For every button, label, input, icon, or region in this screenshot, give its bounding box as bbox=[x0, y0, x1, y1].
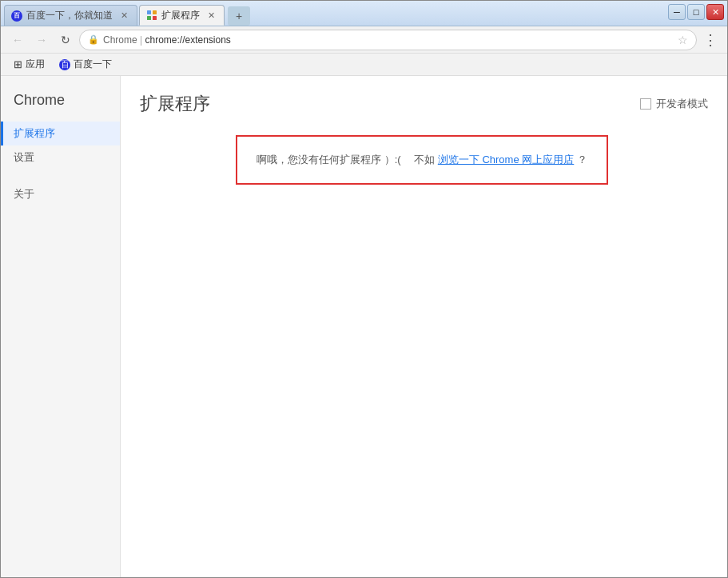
svg-rect-0 bbox=[147, 10, 151, 14]
close-icon: ✕ bbox=[712, 7, 719, 18]
sidebar-item-about[interactable]: 关于 bbox=[1, 182, 120, 206]
menu-button[interactable]: ⋮ bbox=[700, 30, 721, 50]
tab-extensions-close[interactable]: ✕ bbox=[205, 9, 217, 22]
bookmark-baidu-label: 百度一下 bbox=[74, 58, 112, 71]
star-icon[interactable]: ☆ bbox=[678, 34, 688, 46]
sidebar-item-settings[interactable]: 设置 bbox=[1, 145, 120, 169]
address-bar[interactable]: 🔒 Chrome | chrome://extensions ☆ bbox=[79, 30, 697, 50]
baidu-bookmark-icon: 百 bbox=[59, 59, 70, 70]
developer-mode-checkbox[interactable] bbox=[640, 98, 651, 110]
empty-text-prefix: 啊哦，您没有任何扩展程序 bbox=[257, 153, 381, 165]
new-tab-icon: + bbox=[236, 10, 242, 22]
empty-extensions-box: 啊哦，您没有任何扩展程序 ）:( 不如 浏览一下 Chrome 网上应用店 ？ bbox=[236, 135, 608, 185]
svg-rect-1 bbox=[153, 10, 157, 14]
empty-text-end: ？ bbox=[577, 153, 587, 165]
sidebar-item-extensions-label: 扩展程序 bbox=[14, 126, 55, 141]
bookmarks-bar: ⊞ 应用 百 百度一下 bbox=[1, 54, 727, 76]
svg-rect-3 bbox=[153, 16, 157, 20]
new-tab-button[interactable]: + bbox=[228, 6, 250, 26]
extensions-favicon bbox=[146, 10, 157, 21]
tab-baidu-label: 百度一下，你就知道 bbox=[26, 9, 113, 22]
address-url: chrome://extensions bbox=[145, 34, 230, 46]
sidebar-item-settings-label: 设置 bbox=[14, 150, 34, 165]
address-text: Chrome | chrome://extensions bbox=[103, 34, 674, 46]
developer-mode-toggle[interactable]: 开发者模式 bbox=[640, 97, 708, 111]
apps-icon: ⊞ bbox=[14, 58, 22, 70]
page-content: 扩展程序 开发者模式 啊哦，您没有任何扩展程序 ）:( 不如 浏览一下 Chro… bbox=[121, 76, 727, 577]
sidebar-item-about-label: 关于 bbox=[14, 187, 34, 201]
menu-icon: ⋮ bbox=[703, 31, 718, 49]
page-title: 扩展程序 bbox=[140, 92, 210, 116]
close-button[interactable]: ✕ bbox=[706, 4, 724, 20]
empty-text-emoticon: ）:( 不如 bbox=[384, 153, 436, 165]
tab-baidu[interactable]: 百 百度一下，你就知道 ✕ bbox=[4, 5, 137, 26]
title-bar: 百 百度一下，你就知道 ✕ 扩展程序 ✕ bbox=[1, 1, 727, 26]
tab-baidu-close[interactable]: ✕ bbox=[117, 10, 130, 22]
svg-rect-2 bbox=[147, 16, 151, 20]
minimize-button[interactable]: ─ bbox=[668, 4, 686, 20]
navigation-bar: ← → ↻ 🔒 Chrome | chrome://extensions ☆ ⋮ bbox=[1, 26, 727, 54]
lock-icon: 🔒 bbox=[88, 34, 99, 45]
chrome-web-store-link[interactable]: 浏览一下 Chrome 网上应用店 bbox=[438, 153, 574, 165]
maximize-button[interactable]: □ bbox=[687, 4, 705, 20]
back-button[interactable]: ← bbox=[7, 30, 28, 50]
main-content: Chrome 扩展程序 设置 关于 扩展程序 开发者模式 bbox=[1, 76, 727, 577]
forward-button[interactable]: → bbox=[31, 30, 52, 50]
page-header: 扩展程序 开发者模式 bbox=[140, 92, 708, 116]
sidebar: Chrome 扩展程序 设置 关于 bbox=[1, 76, 121, 577]
empty-extensions-text: 啊哦，您没有任何扩展程序 ）:( 不如 浏览一下 Chrome 网上应用店 ？ bbox=[257, 153, 587, 167]
address-chrome-label: Chrome bbox=[103, 34, 137, 46]
maximize-icon: □ bbox=[694, 7, 699, 17]
baidu-favicon: 百 bbox=[11, 10, 22, 22]
tab-extensions-label: 扩展程序 bbox=[161, 9, 200, 22]
minimize-icon: ─ bbox=[674, 7, 680, 17]
sidebar-title: Chrome bbox=[1, 92, 120, 122]
bookmark-apps[interactable]: ⊞ 应用 bbox=[7, 56, 51, 73]
window-controls: ─ □ ✕ bbox=[668, 4, 724, 20]
bookmark-apps-label: 应用 bbox=[26, 58, 45, 71]
refresh-button[interactable]: ↻ bbox=[55, 30, 76, 50]
developer-mode-label: 开发者模式 bbox=[656, 97, 708, 111]
bookmark-baidu[interactable]: 百 百度一下 bbox=[53, 56, 118, 73]
browser-window: 百 百度一下，你就知道 ✕ 扩展程序 ✕ bbox=[0, 0, 728, 578]
tabs-container: 百 百度一下，你就知道 ✕ 扩展程序 ✕ bbox=[4, 5, 727, 26]
sidebar-gap bbox=[1, 169, 120, 182]
sidebar-item-extensions[interactable]: 扩展程序 bbox=[1, 122, 120, 145]
tab-extensions[interactable]: 扩展程序 ✕ bbox=[139, 5, 225, 26]
